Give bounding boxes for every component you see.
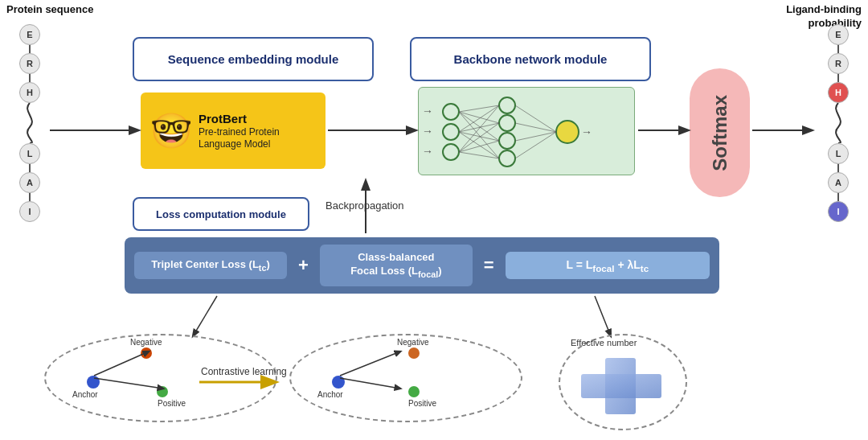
triplet-loss-pill: Triplet Center Loss (Ltc) bbox=[134, 252, 287, 280]
protbert-text: ProtBert Pre-trained Protein Language Mo… bbox=[199, 112, 316, 150]
equals-operator: = bbox=[481, 255, 497, 276]
contrastive-left-ellipse bbox=[44, 334, 277, 422]
aa-H-right: H bbox=[828, 82, 849, 103]
positive-label-left: Positive bbox=[158, 399, 186, 408]
positive-dot-left bbox=[157, 386, 168, 397]
conn4 bbox=[29, 193, 31, 201]
squiggle-right bbox=[826, 103, 850, 143]
diagram-root: Protein sequence Ligand-bindingprobabili… bbox=[0, 0, 868, 440]
svg-point-3 bbox=[499, 97, 515, 113]
aa-R-right: R bbox=[828, 53, 849, 74]
conn2 bbox=[29, 74, 31, 82]
svg-text:→: → bbox=[581, 125, 592, 138]
positive-label-right: Positive bbox=[408, 399, 436, 408]
svg-point-1 bbox=[443, 124, 459, 140]
plus-operator: + bbox=[295, 255, 312, 276]
negative-label-right: Negative bbox=[397, 338, 428, 347]
negative-label-left: Negative bbox=[130, 338, 162, 347]
aa-R-left: R bbox=[19, 53, 40, 74]
aa-E-left: E bbox=[19, 24, 40, 45]
aa-L-right: L bbox=[828, 143, 849, 164]
protbert-icon: 🤓 bbox=[150, 114, 192, 148]
svg-rect-41 bbox=[581, 374, 661, 398]
svg-line-8 bbox=[459, 105, 499, 112]
anchor-dot-left bbox=[87, 376, 100, 389]
protbert-box: 🤓 ProtBert Pre-trained Protein Language … bbox=[141, 93, 326, 169]
equation-box: L = Lfocal + λLtc bbox=[506, 252, 710, 280]
squiggle-left bbox=[18, 103, 42, 143]
contrastive-right-ellipse bbox=[289, 334, 522, 422]
svg-line-33 bbox=[193, 296, 217, 336]
aa-A-left: A bbox=[19, 172, 40, 193]
effective-number-label: Effective number bbox=[571, 338, 637, 347]
left-protein-sequence: E R H L A I bbox=[18, 24, 42, 222]
anchor-label-right: Anchor bbox=[317, 390, 343, 399]
sequence-embedding-module: Sequence embedding module bbox=[133, 37, 374, 81]
svg-point-6 bbox=[499, 150, 515, 167]
svg-point-4 bbox=[499, 115, 515, 131]
focal-loss-pill: Class-balancedFocal Loss (Lfocal) bbox=[320, 245, 473, 286]
svg-point-2 bbox=[443, 144, 459, 160]
svg-line-20 bbox=[515, 105, 556, 132]
aa-L-left: L bbox=[19, 143, 40, 164]
svg-point-7 bbox=[556, 121, 579, 143]
svg-text:→: → bbox=[422, 125, 433, 138]
neural-net-svg: → → → → bbox=[419, 88, 636, 176]
loss-bar: Triplet Center Loss (Ltc) + Class-balanc… bbox=[125, 237, 719, 294]
contrastive-label: Contrastive learning bbox=[201, 366, 287, 377]
backpropagation-label: Backpropagation bbox=[326, 199, 404, 212]
anchor-label-left: Anchor bbox=[72, 390, 98, 399]
svg-line-18 bbox=[459, 141, 499, 152]
aa-I-right: I bbox=[828, 201, 849, 222]
conn1 bbox=[29, 45, 31, 53]
svg-point-5 bbox=[499, 133, 515, 149]
effective-number-shape bbox=[577, 354, 665, 418]
anchor-dot-right bbox=[332, 376, 345, 389]
softmax-box: Softmax bbox=[690, 68, 750, 197]
aa-I-left: I bbox=[19, 201, 40, 222]
conn3 bbox=[29, 164, 31, 172]
negative-dot-right bbox=[408, 347, 420, 359]
svg-text:→: → bbox=[422, 105, 433, 117]
aa-H-left: H bbox=[19, 82, 40, 103]
svg-line-19 bbox=[459, 152, 499, 158]
aa-A-right: A bbox=[828, 172, 849, 193]
svg-text:→: → bbox=[422, 145, 433, 158]
right-protein-sequence: E R H L A I bbox=[826, 24, 850, 222]
loss-computation-module: Loss computation module bbox=[133, 197, 309, 231]
svg-line-34 bbox=[595, 296, 611, 336]
svg-line-23 bbox=[515, 132, 556, 158]
svg-line-9 bbox=[459, 112, 499, 123]
svg-point-0 bbox=[443, 104, 459, 120]
aa-E-right: E bbox=[828, 24, 849, 45]
protein-sequence-label: Protein sequence bbox=[6, 3, 93, 15]
backbone-network-module: Backbone network module bbox=[410, 37, 651, 81]
negative-dot-left bbox=[141, 347, 152, 359]
backbone-green-box: → → → → bbox=[418, 87, 635, 175]
positive-dot-right bbox=[408, 386, 420, 397]
